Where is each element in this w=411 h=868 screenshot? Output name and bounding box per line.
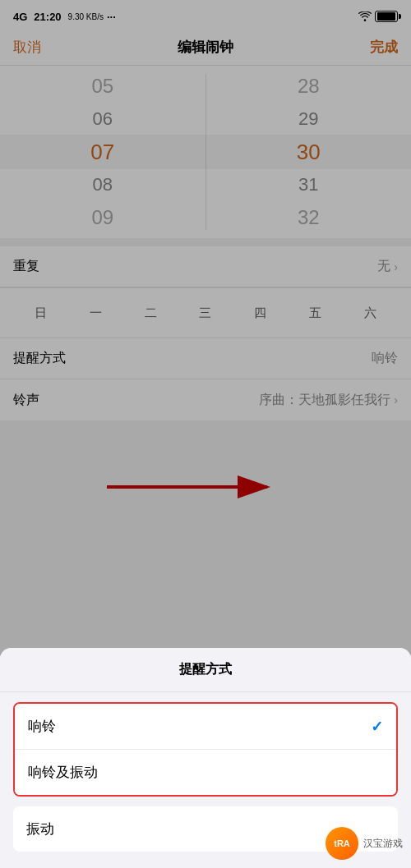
- modal-option-ring[interactable]: 响铃 ✓: [15, 704, 396, 750]
- option-ring-vibrate-label: 响铃及振动: [28, 763, 98, 782]
- watermark-logo: tRA: [326, 827, 358, 860]
- check-icon: ✓: [371, 718, 383, 736]
- watermark: tRA 汉宝游戏: [326, 827, 403, 860]
- modal-options-box[interactable]: 响铃 ✓ 响铃及振动: [13, 702, 398, 797]
- watermark-logo-text: tRA: [334, 838, 350, 848]
- watermark-text: 汉宝游戏: [363, 837, 403, 851]
- modal-overlay[interactable]: 提醒方式 响铃 ✓ 响铃及振动 振动: [0, 0, 411, 868]
- option-ring-label: 响铃: [28, 717, 56, 736]
- option-vibrate-label: 振动: [26, 820, 54, 838]
- modal-title: 提醒方式: [0, 648, 411, 692]
- modal-option-ring-vibrate[interactable]: 响铃及振动: [15, 750, 396, 795]
